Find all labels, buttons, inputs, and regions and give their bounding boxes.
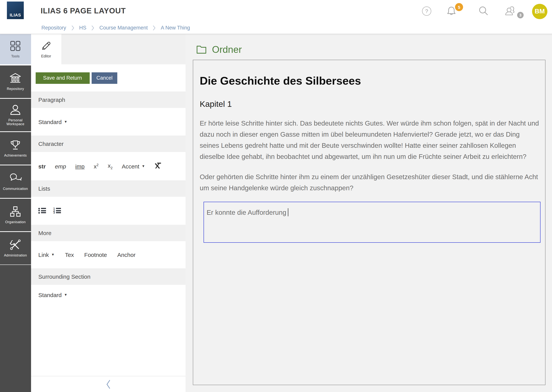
- link-dropdown[interactable]: Link▼: [38, 251, 55, 258]
- clear-format-icon: [154, 162, 162, 169]
- active-edit-area[interactable]: Er konnte die Aufforderung: [203, 202, 540, 243]
- tab-editor[interactable]: Editor: [31, 34, 61, 64]
- section-lists-row: 1 2 3: [31, 197, 186, 224]
- section-paragraph-header: Paragraph: [31, 91, 186, 108]
- anchor-button[interactable]: Anchor: [117, 251, 136, 258]
- page-title: ILIAS 6 PAGE LAYOUT: [41, 0, 126, 22]
- breadcrumb: Repository HS Course Management A New Th…: [0, 22, 552, 34]
- text-cursor: [288, 208, 289, 216]
- footnote-button[interactable]: Footnote: [84, 251, 107, 258]
- sidebar-item-repository[interactable]: Repository: [0, 65, 31, 98]
- content-paragraph[interactable]: Er hörte leise Schritte hinter sich. Das…: [200, 118, 540, 162]
- content-subheading[interactable]: Kapitel 1: [200, 99, 540, 109]
- surrounding-style-dropdown[interactable]: Standard▼: [38, 292, 67, 298]
- online-users-button[interactable]: 3: [503, 0, 518, 22]
- sidebar-item-personal-workspace[interactable]: Personal Workspace: [0, 99, 31, 131]
- trophy-icon: [9, 139, 22, 151]
- help-button[interactable]: ?: [420, 0, 433, 22]
- chevron-down-icon: ▼: [51, 253, 55, 257]
- folder-icon: [196, 45, 207, 54]
- important-button[interactable]: imp: [75, 163, 85, 169]
- section-character-row: str emp imp x2 x2 Accent▼: [31, 152, 186, 180]
- collapse-panel-button[interactable]: [31, 376, 186, 392]
- sidebar-item-achievements[interactable]: Achievements: [0, 132, 31, 165]
- tex-button[interactable]: Tex: [65, 251, 74, 258]
- editor-tab-row: Editor: [31, 34, 186, 64]
- superscript-button[interactable]: x2: [94, 163, 99, 169]
- ilias-logo[interactable]: ILIAS: [7, 1, 24, 19]
- chat-bubbles-icon: [9, 173, 22, 184]
- editor-panel: Editor Save and Return Cancel Paragraph …: [31, 34, 186, 392]
- notifications-badge: 5: [455, 3, 463, 11]
- sidebar-filler: [0, 265, 31, 392]
- main-bar: Tools Repository Personal Work: [0, 34, 31, 392]
- person-icon: [9, 104, 22, 116]
- sidebar-item-administration[interactable]: Administration: [0, 232, 31, 265]
- content-heading[interactable]: Die Geschichte des Silbersees: [200, 75, 540, 87]
- bullet-list-button[interactable]: [38, 208, 46, 213]
- header: ILIAS ILIAS 6 PAGE LAYOUT ? 5: [0, 0, 552, 22]
- admin-tools-icon: [9, 239, 22, 251]
- bell-icon: [446, 6, 456, 16]
- help-icon: ?: [422, 6, 431, 15]
- users-badge: 3: [517, 12, 524, 18]
- chevron-left-icon: [106, 379, 111, 389]
- breadcrumb-repository[interactable]: Repository: [41, 25, 66, 31]
- chevron-down-icon: ▼: [64, 293, 67, 297]
- breadcrumb-course-management[interactable]: Course Management: [100, 25, 148, 31]
- sidebar-item-communication[interactable]: Communication: [0, 165, 31, 198]
- emphasis-button[interactable]: emp: [55, 163, 66, 169]
- accent-dropdown[interactable]: Accent▼: [122, 163, 145, 169]
- breadcrumb-hs[interactable]: HS: [79, 25, 87, 31]
- sidebar-item-organisation[interactable]: Organisation: [0, 199, 31, 231]
- breadcrumb-separator-icon: [153, 25, 156, 30]
- repository-icon: [9, 73, 22, 84]
- search-icon: [478, 5, 489, 17]
- users-icon: [504, 5, 517, 17]
- paragraph-style-dropdown[interactable]: Standard▼: [38, 119, 67, 125]
- avatar[interactable]: BM: [532, 4, 547, 19]
- org-chart-icon: [9, 206, 22, 217]
- breadcrumb-separator-icon: [91, 25, 94, 30]
- editor-actions: Save and Return Cancel: [31, 64, 186, 91]
- chevron-down-icon: ▼: [142, 164, 145, 168]
- pencil-icon: [40, 40, 52, 52]
- ilias-logo-text: ILIAS: [10, 13, 21, 17]
- section-more-header: More: [31, 224, 186, 241]
- sidebar-item-tools[interactable]: Tools: [0, 34, 31, 64]
- section-surrounding-header: Surrounding Section: [31, 268, 186, 285]
- numbered-list-button[interactable]: 1 2 3: [53, 208, 61, 213]
- section-lists-header: Lists: [31, 180, 186, 197]
- main-area: Tools Repository Personal Work: [0, 34, 552, 392]
- breadcrumb-separator-icon: [71, 25, 74, 30]
- clear-format-button[interactable]: [154, 162, 162, 170]
- content-paragraph[interactable]: Oder gehörten die Schritte hinter ihm zu…: [200, 171, 540, 194]
- section-paragraph-row: Standard▼: [31, 108, 186, 135]
- section-more-row: Link▼ Tex Footnote Anchor: [31, 241, 186, 268]
- tools-grid-icon: [10, 40, 21, 52]
- object-title-label: Ordner: [212, 44, 242, 55]
- strong-button[interactable]: str: [38, 163, 46, 169]
- cancel-button[interactable]: Cancel: [92, 72, 117, 84]
- save-and-return-button[interactable]: Save and Return: [36, 72, 89, 84]
- section-surrounding-row: Standard▼: [31, 285, 186, 376]
- search-button[interactable]: [477, 0, 490, 22]
- tab-editor-label: Editor: [41, 54, 51, 58]
- breadcrumb-a-new-thing[interactable]: A New Thing: [161, 25, 190, 31]
- chevron-down-icon: ▼: [64, 120, 67, 124]
- page-editor-canvas: Die Geschichte des Silbersees Kapitel 1 …: [193, 60, 545, 385]
- edit-area-text: Er konnte die Aufforderung: [207, 209, 286, 216]
- section-character-header: Character: [31, 135, 186, 152]
- ilias-app: ILIAS ILIAS 6 PAGE LAYOUT ? 5: [0, 0, 552, 392]
- page-content: Ordner Die Geschichte des Silbersees Kap…: [186, 34, 552, 392]
- subscript-button[interactable]: x2: [108, 162, 113, 170]
- notifications-button[interactable]: 5: [444, 0, 458, 22]
- object-title: Ordner: [196, 40, 242, 59]
